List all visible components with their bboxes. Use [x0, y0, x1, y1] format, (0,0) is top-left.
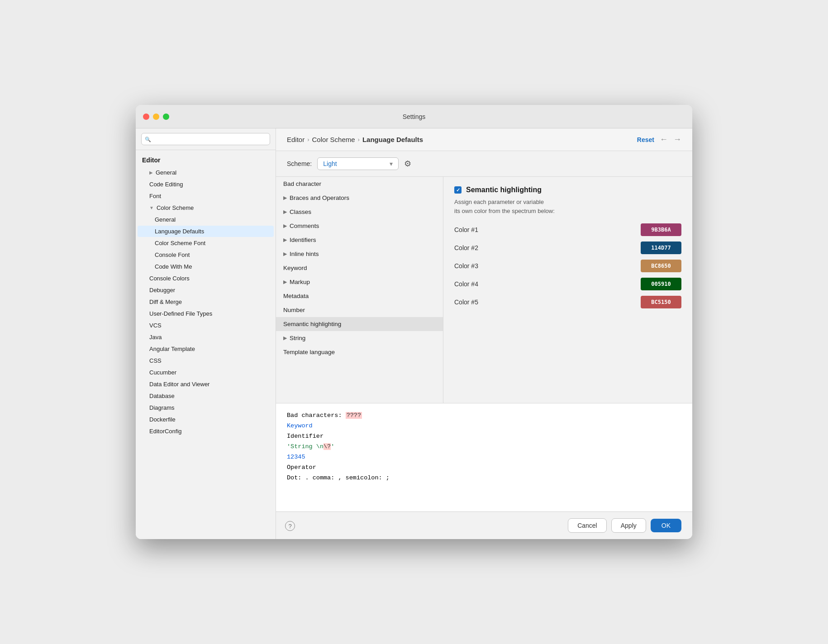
sidebar-item-vcs[interactable]: VCS	[138, 320, 274, 331]
sidebar-item-console-colors[interactable]: Console Colors	[138, 273, 274, 284]
color-label-1: Color #1	[454, 226, 478, 233]
sidebar-item-dockerfile[interactable]: Dockerfile	[138, 414, 274, 425]
expand-icon: ▶	[283, 195, 287, 201]
list-item-metadata[interactable]: Metadata	[276, 289, 443, 303]
search-input[interactable]	[141, 133, 270, 145]
list-item-identifiers[interactable]: ▶Identifiers	[276, 233, 443, 247]
sidebar-item-color-scheme-font[interactable]: Color Scheme Font	[138, 237, 274, 249]
list-item-classes[interactable]: ▶Classes	[276, 205, 443, 219]
list-item-keyword[interactable]: Keyword	[276, 261, 443, 275]
list-item-comments[interactable]: ▶Comments	[276, 219, 443, 233]
preview-bad-value: ????	[346, 412, 362, 419]
gear-button[interactable]: ⚙	[404, 159, 411, 169]
color-swatch-4[interactable]: 005910	[641, 278, 681, 290]
color-swatch-3[interactable]: BC8650	[641, 260, 681, 272]
traffic-lights	[143, 114, 169, 120]
sidebar-item-font[interactable]: Font	[138, 190, 274, 202]
breadcrumb-sep1: ›	[307, 136, 309, 143]
list-item-inline-hints[interactable]: ▶Inline hints	[276, 247, 443, 261]
sidebar-item-diagrams[interactable]: Diagrams	[138, 402, 274, 413]
maximize-button[interactable]	[163, 114, 169, 120]
preview-identifier-line: Identifier	[287, 431, 681, 442]
expand-icon: ▶	[283, 223, 287, 229]
list-item-template[interactable]: Template language	[276, 345, 443, 359]
breadcrumb-language-defaults: Language Defaults	[362, 136, 423, 143]
sidebar-item-color-scheme[interactable]: ▼Color Scheme	[138, 202, 274, 213]
reset-button[interactable]: Reset	[637, 136, 654, 143]
breadcrumb: Editor › Color Scheme › Language Default…	[287, 136, 423, 143]
preview-operator-line: Operator	[287, 463, 681, 473]
preview-bad-prefix: Bad characters:	[287, 412, 346, 419]
cancel-button[interactable]: Cancel	[568, 518, 607, 533]
preview-area: Bad characters: ???? Keyword Identifier …	[276, 403, 692, 511]
chevron-right-icon: ▶	[149, 170, 153, 175]
apply-button[interactable]: Apply	[611, 518, 646, 533]
scheme-dropdown[interactable]: Light ▾	[317, 157, 399, 170]
search-wrap	[141, 133, 270, 145]
breadcrumb-sep2: ›	[358, 136, 360, 143]
color-entry-5: Color #5 BC5150	[454, 296, 681, 308]
sidebar-item-database[interactable]: Database	[138, 390, 274, 402]
preview-number-line: 12345	[287, 452, 681, 463]
content-area: Editor ▶General Code Editing Font ▼Color…	[136, 128, 692, 539]
expand-icon: ▶	[283, 251, 287, 257]
breadcrumb-actions: Reset ← →	[637, 135, 681, 144]
scheme-value: Light	[323, 160, 337, 167]
sidebar-item-editorconfig[interactable]: EditorConfig	[138, 426, 274, 437]
preview-operator-value: Operator	[287, 464, 316, 471]
list-item-markup[interactable]: ▶Markup	[276, 275, 443, 289]
bottom-bar: ? Cancel Apply OK	[276, 511, 692, 539]
preview-string-escape: \?	[324, 443, 331, 450]
semantic-description: Assign each parameter or variableits own…	[454, 198, 681, 215]
sidebar-item-cucumber[interactable]: Cucumber	[138, 367, 274, 378]
sidebar-item-java[interactable]: Java	[138, 331, 274, 343]
list-item-bad-char[interactable]: Bad character	[276, 177, 443, 191]
help-button[interactable]: ?	[285, 521, 295, 531]
sidebar-item-language-defaults[interactable]: Language Defaults	[138, 226, 274, 237]
color-label-3: Color #3	[454, 262, 478, 270]
sidebar-item-diff-merge[interactable]: Diff & Merge	[138, 296, 274, 308]
preview-number-value: 12345	[287, 454, 305, 460]
semantic-checkbox-row: Semantic highlighting	[454, 186, 681, 194]
sidebar-item-cs-general[interactable]: General	[138, 214, 274, 225]
breadcrumb-editor: Editor	[287, 136, 305, 143]
preview-bad-chars-line: Bad characters: ????	[287, 411, 681, 421]
chevron-down-icon: ▼	[149, 205, 154, 210]
window-title: Settings	[403, 113, 426, 120]
color-label-5: Color #5	[454, 298, 478, 306]
sidebar-item-code-with-me[interactable]: Code With Me	[138, 261, 274, 272]
preview-dot-line: Dot: . comma: , semicolon: ;	[287, 473, 681, 483]
color-swatch-2[interactable]: 114D77	[641, 242, 681, 254]
sidebar-scroll: Editor ▶General Code Editing Font ▼Color…	[136, 150, 276, 539]
preview-keyword-line: Keyword	[287, 421, 681, 431]
sidebar-item-console-font[interactable]: Console Font	[138, 249, 274, 260]
color-swatch-5[interactable]: BC5150	[641, 296, 681, 308]
preview-identifier-value: Identifier	[287, 433, 324, 440]
semantic-checkbox[interactable]	[454, 186, 462, 194]
sidebar-item-css[interactable]: CSS	[138, 355, 274, 366]
sidebar-item-angular[interactable]: Angular Template	[138, 343, 274, 355]
sidebar-item-user-defined[interactable]: User-Defined File Types	[138, 308, 274, 319]
color-swatch-1[interactable]: 9B3B6A	[641, 223, 681, 236]
preview-string-line: 'String \n\?'	[287, 442, 681, 452]
ok-button[interactable]: OK	[651, 519, 681, 532]
list-item-braces[interactable]: ▶Braces and Operators	[276, 191, 443, 205]
list-item-number[interactable]: Number	[276, 303, 443, 317]
preview-keyword-value: Keyword	[287, 422, 313, 429]
minimize-button[interactable]	[153, 114, 159, 120]
list-item-string[interactable]: ▶String	[276, 331, 443, 345]
sidebar: Editor ▶General Code Editing Font ▼Color…	[136, 128, 276, 539]
color-label-4: Color #4	[454, 280, 478, 288]
sidebar-item-debugger[interactable]: Debugger	[138, 284, 274, 296]
sidebar-item-general[interactable]: ▶General	[138, 167, 274, 178]
forward-arrow-button[interactable]: →	[673, 135, 681, 144]
search-bar	[136, 128, 276, 150]
sidebar-item-data-editor[interactable]: Data Editor and Viewer	[138, 379, 274, 390]
list-item-semantic[interactable]: Semantic highlighting	[276, 317, 443, 331]
back-arrow-button[interactable]: ←	[660, 135, 668, 144]
close-button[interactable]	[143, 114, 149, 120]
semantic-title: Semantic highlighting	[466, 186, 542, 194]
sidebar-item-code-editing[interactable]: Code Editing	[138, 179, 274, 190]
preview-string-end: '	[331, 443, 334, 450]
panel-body: Bad character ▶Braces and Operators ▶Cla…	[276, 177, 692, 403]
